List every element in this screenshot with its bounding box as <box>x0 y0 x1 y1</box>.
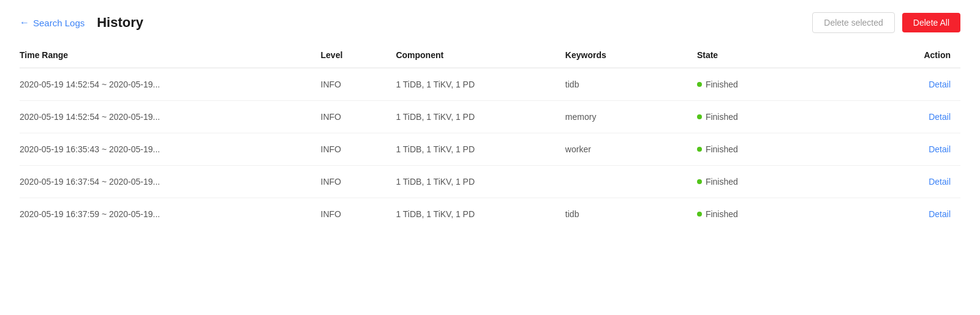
header-right: Delete selected Delete All <box>812 12 960 33</box>
detail-link[interactable]: Detail <box>929 209 951 219</box>
state-label: Finished <box>706 80 738 89</box>
detail-link[interactable]: Detail <box>929 80 951 89</box>
header-left: ← Search Logs History <box>20 15 143 31</box>
cell-component: 1 TiDB, 1 TiKV, 1 PD <box>396 101 565 133</box>
page-header: ← Search Logs History Delete selected De… <box>0 0 980 43</box>
state-label: Finished <box>706 112 738 122</box>
state-label: Finished <box>706 144 738 154</box>
cell-component: 1 TiDB, 1 TiKV, 1 PD <box>396 133 565 166</box>
col-header-keywords: Keywords <box>565 43 697 68</box>
cell-level: INFO <box>321 68 396 101</box>
cell-keywords: worker <box>565 133 697 166</box>
col-header-level: Level <box>321 43 396 68</box>
cell-component: 1 TiDB, 1 TiKV, 1 PD <box>396 166 565 198</box>
back-link[interactable]: ← Search Logs <box>20 17 85 28</box>
cell-timerange: 2020-05-19 16:37:54 ~ 2020-05-19... <box>20 166 321 198</box>
cell-timerange: 2020-05-19 14:52:54 ~ 2020-05-19... <box>20 68 321 101</box>
col-header-timerange: Time Range <box>20 43 321 68</box>
cell-action: Detail <box>848 101 960 133</box>
cell-action: Detail <box>848 166 960 198</box>
table-row: 2020-05-19 14:52:54 ~ 2020-05-19...INFO1… <box>20 68 960 101</box>
cell-action: Detail <box>848 198 960 231</box>
detail-link[interactable]: Detail <box>929 177 951 187</box>
status-dot-icon <box>697 114 702 119</box>
col-header-component: Component <box>396 43 565 68</box>
table-header: Time Range Level Component Keywords Stat… <box>20 43 960 68</box>
back-link-label: Search Logs <box>33 18 85 28</box>
cell-state: Finished <box>697 198 848 231</box>
table-row: 2020-05-19 16:37:54 ~ 2020-05-19...INFO1… <box>20 166 960 198</box>
table-row: 2020-05-19 16:35:43 ~ 2020-05-19...INFO1… <box>20 133 960 166</box>
cell-component: 1 TiDB, 1 TiKV, 1 PD <box>396 198 565 231</box>
cell-timerange: 2020-05-19 16:35:43 ~ 2020-05-19... <box>20 133 321 166</box>
col-header-action: Action <box>848 43 960 68</box>
cell-action: Detail <box>848 68 960 101</box>
table-row: 2020-05-19 14:52:54 ~ 2020-05-19...INFO1… <box>20 101 960 133</box>
detail-link[interactable]: Detail <box>929 112 951 122</box>
cell-level: INFO <box>321 166 396 198</box>
cell-timerange: 2020-05-19 14:52:54 ~ 2020-05-19... <box>20 101 321 133</box>
detail-link[interactable]: Detail <box>929 144 951 154</box>
cell-state: Finished <box>697 133 848 166</box>
cell-state: Finished <box>697 166 848 198</box>
delete-all-button[interactable]: Delete All <box>902 13 960 32</box>
status-dot-icon <box>697 147 702 152</box>
cell-level: INFO <box>321 101 396 133</box>
page-title: History <box>97 15 143 31</box>
status-dot-icon <box>697 179 702 184</box>
cell-keywords: tidb <box>565 198 697 231</box>
table-row: 2020-05-19 16:37:59 ~ 2020-05-19...INFO1… <box>20 198 960 231</box>
cell-timerange: 2020-05-19 16:37:59 ~ 2020-05-19... <box>20 198 321 231</box>
status-dot-icon <box>697 82 702 87</box>
delete-selected-button[interactable]: Delete selected <box>812 12 895 33</box>
cell-action: Detail <box>848 133 960 166</box>
cell-level: INFO <box>321 198 396 231</box>
cell-keywords: memory <box>565 101 697 133</box>
cell-state: Finished <box>697 101 848 133</box>
table-container: Time Range Level Component Keywords Stat… <box>0 43 980 230</box>
cell-state: Finished <box>697 68 848 101</box>
col-header-state: State <box>697 43 848 68</box>
state-label: Finished <box>706 209 738 219</box>
table-body: 2020-05-19 14:52:54 ~ 2020-05-19...INFO1… <box>20 68 960 230</box>
cell-keywords <box>565 166 697 198</box>
cell-component: 1 TiDB, 1 TiKV, 1 PD <box>396 68 565 101</box>
cell-keywords: tidb <box>565 68 697 101</box>
cell-level: INFO <box>321 133 396 166</box>
state-label: Finished <box>706 177 738 187</box>
status-dot-icon <box>697 212 702 217</box>
back-arrow-icon: ← <box>20 17 29 28</box>
history-table: Time Range Level Component Keywords Stat… <box>20 43 960 230</box>
